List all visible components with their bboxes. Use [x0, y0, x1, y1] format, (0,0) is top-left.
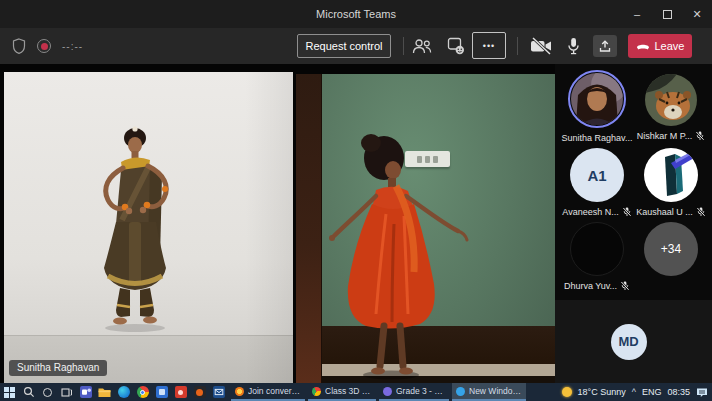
- avatar-photo-tiger: [645, 74, 697, 126]
- leave-button[interactable]: Leave: [628, 34, 692, 58]
- close-icon: ✕: [692, 8, 701, 21]
- meeting-app-icon: [235, 387, 244, 396]
- avatar-logo-book: [644, 148, 698, 202]
- camera-toggle-button[interactable]: [527, 28, 555, 64]
- video-tile-md[interactable]: MD: [555, 300, 712, 383]
- hangup-phone-icon: [636, 42, 650, 50]
- shield-icon: [12, 38, 26, 54]
- taskbar-edge-app[interactable]: [114, 383, 133, 401]
- taskbar-window-grade-3[interactable]: Grade 3 - Term 2 - MR...: [379, 383, 449, 401]
- taskbar-app-red[interactable]: [171, 383, 190, 401]
- participant-tile[interactable]: Sunitha Raghav...: [563, 70, 631, 143]
- app-icon: [456, 387, 465, 396]
- close-button[interactable]: ✕: [682, 0, 712, 28]
- avatar-photo-woman: [571, 73, 623, 125]
- title-bar: Microsoft Teams – ✕: [0, 0, 712, 28]
- meeting-timer: --:--: [62, 41, 83, 52]
- teams-app-icon: [80, 386, 92, 398]
- dancer-figure-right: [296, 74, 555, 383]
- minimize-button[interactable]: –: [622, 0, 652, 28]
- taskbar-window-new-window-active[interactable]: New Window | Micros...: [452, 383, 526, 401]
- taskbar-app-blue[interactable]: [152, 383, 171, 401]
- red-app-icon: [175, 386, 187, 398]
- task-view-icon: [61, 387, 72, 398]
- camera-off-icon: [530, 37, 553, 55]
- overflow-participants-tile[interactable]: +34: [635, 222, 707, 276]
- participant-name: Avaneesh N...: [562, 207, 631, 217]
- chrome-icon: [137, 386, 149, 398]
- taskbar-search-button[interactable]: [19, 383, 38, 401]
- weather-text[interactable]: 18°C Sunny: [578, 387, 626, 397]
- orange-app-icon: [194, 386, 206, 398]
- maximize-button[interactable]: [652, 0, 682, 28]
- meeting-status-group: --:--: [12, 28, 83, 64]
- cortana-button[interactable]: [38, 383, 57, 401]
- mail-icon: [213, 386, 225, 398]
- app-icon: [383, 387, 392, 396]
- windows-logo-icon: [4, 387, 15, 398]
- cortana-icon: [43, 388, 52, 397]
- taskbar-teams-app[interactable]: [76, 383, 95, 401]
- teams-meeting-window: Microsoft Teams – ✕ --:-- Request contr: [0, 0, 712, 401]
- chat-reactions-icon: [447, 37, 465, 55]
- mic-off-icon: [622, 207, 632, 217]
- participants-sidebar: Sunitha Raghav... Nishkar M P...: [555, 64, 712, 383]
- toolbar-divider: [517, 37, 518, 55]
- overflow-count: +34: [644, 222, 698, 276]
- participant-tile[interactable]: Kaushaal U ...: [635, 148, 707, 217]
- taskbar-chrome-app[interactable]: [133, 383, 152, 401]
- avatar-speaking-ring: [568, 70, 626, 128]
- video-tile-sunitha[interactable]: Sunitha Raghavan: [4, 72, 293, 383]
- tray-chevron-icon[interactable]: ^: [632, 387, 636, 397]
- show-participants-button[interactable]: [410, 28, 434, 64]
- avatar-initials: A1: [570, 148, 624, 202]
- taskbar-mail-app[interactable]: [209, 383, 228, 401]
- recording-indicator-icon: [37, 39, 51, 53]
- blue-app-icon: [156, 386, 168, 398]
- participant-name: Nishkar M P...: [637, 131, 705, 141]
- toolbar-divider: [403, 37, 404, 55]
- mic-off-icon: [695, 131, 705, 141]
- meeting-toolbar: --:-- Request control •••: [0, 28, 712, 64]
- share-up-arrow-icon: [598, 39, 612, 53]
- weather-sun-icon[interactable]: [562, 387, 572, 397]
- share-screen-button[interactable]: [593, 35, 617, 57]
- edge-icon: [118, 386, 130, 398]
- request-control-button[interactable]: Request control: [297, 34, 391, 58]
- video-tile-dancer-right[interactable]: [296, 74, 555, 383]
- taskbar-app-orange[interactable]: [190, 383, 209, 401]
- clock[interactable]: 08:35: [667, 387, 690, 397]
- participant-name: Dhurva Yuv...: [564, 281, 630, 291]
- window-controls: – ✕: [622, 0, 712, 28]
- avatar-initials: MD: [611, 324, 647, 360]
- dancer-figure-left: [4, 72, 293, 383]
- participant-name: Sunitha Raghav...: [562, 133, 633, 143]
- taskbar-window-join-conversation[interactable]: Join conversation - G...: [231, 383, 305, 401]
- chrome-icon: [312, 387, 321, 396]
- task-view-button[interactable]: [57, 383, 76, 401]
- windows-taskbar: Join conversation - G... Class 3D - OneD…: [0, 383, 712, 401]
- mic-off-icon: [620, 281, 630, 291]
- show-conversation-button[interactable]: [444, 28, 468, 64]
- window-title: Microsoft Teams: [0, 0, 712, 28]
- language-indicator[interactable]: ENG: [642, 387, 662, 397]
- meeting-stage: Sunitha Raghavan: [0, 64, 555, 383]
- more-actions-button[interactable]: •••: [472, 32, 506, 59]
- taskbar-file-explorer-app[interactable]: [95, 383, 114, 401]
- start-button[interactable]: [0, 383, 19, 401]
- mic-off-icon: [696, 207, 706, 217]
- taskbar-window-class-3d[interactable]: Class 3D - OneDrive - ...: [308, 383, 376, 401]
- participant-tile[interactable]: Nishkar M P...: [635, 74, 707, 141]
- notifications-icon[interactable]: [696, 387, 708, 398]
- participant-tile[interactable]: Dhurva Yuv...: [563, 222, 631, 291]
- search-icon: [23, 386, 35, 398]
- mic-toggle-button[interactable]: [562, 28, 584, 64]
- maximize-icon: [663, 10, 672, 19]
- video-name-label: Sunitha Raghavan: [9, 360, 107, 376]
- participant-name: Kaushaal U ...: [636, 207, 706, 217]
- ellipsis-icon: •••: [483, 41, 495, 51]
- people-icon: [412, 38, 432, 54]
- folder-icon: [98, 387, 111, 398]
- minimize-icon: –: [634, 8, 640, 20]
- participant-tile[interactable]: A1 Avaneesh N...: [563, 148, 631, 217]
